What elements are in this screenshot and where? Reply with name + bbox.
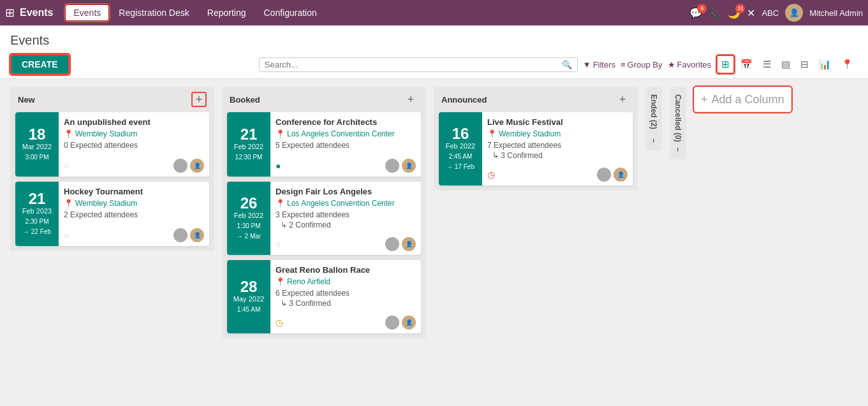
- topnav-item-configuration[interactable]: Configuration: [256, 5, 324, 20]
- star-icon: ★: [668, 60, 675, 69]
- event-card[interactable]: 16 Feb 2022 2:45 AM → 17 Feb Live Music …: [439, 112, 633, 185]
- card-date: 21 Feb 2023 2:30 PM → 22 Feb: [15, 182, 59, 246]
- view-map-button[interactable]: 📍: [837, 55, 858, 74]
- event-card[interactable]: 21 Feb 2022 12:30 PM Conference for Arch…: [227, 112, 421, 177]
- column-add-button-new[interactable]: +: [191, 92, 207, 107]
- event-card[interactable]: 28 May 2022 1:45 AM Great Reno Ballon Ra…: [227, 260, 421, 333]
- card-status-icon[interactable]: ○: [276, 239, 281, 249]
- search-input[interactable]: [265, 60, 562, 69]
- card-avatars: 👤: [385, 315, 416, 330]
- card-confirmed: ↳ 3 Confirmed: [487, 151, 628, 160]
- event-card[interactable]: 21 Feb 2023 2:30 PM → 22 Feb Hockey Tour…: [15, 182, 209, 246]
- card-location: 📍Wembley Stadium: [487, 129, 628, 138]
- filters-button[interactable]: ▼ Filters: [583, 60, 615, 69]
- toolbar-right: 🔍 ▼ Filters ≡ Group By ★ Favorites ⊞📅☰▤⊟…: [259, 55, 858, 74]
- group-by-icon: ≡: [621, 60, 626, 69]
- card-attendees: 6 Expected attendees: [276, 289, 416, 298]
- avatar-placeholder: [385, 237, 399, 251]
- collapse-toggle-icon[interactable]: −: [649, 138, 658, 143]
- view-calendar-button[interactable]: 📅: [736, 55, 757, 74]
- avatar-user: 👤: [614, 168, 628, 182]
- avatar-user: 👤: [402, 315, 416, 330]
- card-month-year: Feb 2022: [234, 142, 263, 152]
- add-column-label: Add a Column: [712, 94, 784, 105]
- view-icons: ⊞📅☰▤⊟📊📍: [716, 55, 858, 74]
- card-status-icon[interactable]: ◷: [276, 317, 283, 328]
- avatar-user: 👤: [402, 159, 416, 173]
- card-attendees: 2 Expected attendees: [64, 210, 204, 219]
- collapsed-column[interactable]: Ended (2) −: [645, 87, 662, 150]
- card-location: 📍Los Angeles Convention Center: [276, 129, 416, 138]
- column-add-button-booked[interactable]: +: [403, 92, 418, 107]
- topnav-item-events[interactable]: Events: [66, 5, 108, 20]
- card-footer: ○ 👤: [270, 235, 421, 255]
- view-list-button[interactable]: ☰: [758, 55, 776, 74]
- card-date: 21 Feb 2022 12:30 PM: [227, 112, 270, 177]
- event-card[interactable]: 26 Feb 2022 1:30 PM → 2 Mar Design Fair …: [227, 182, 421, 255]
- add-column-button[interactable]: +Add a Column: [694, 87, 791, 112]
- card-month-year: Feb 2022: [446, 141, 475, 151]
- topnav-item-registration-desk[interactable]: Registration Desk: [111, 5, 197, 20]
- card-time: 1:30 PM: [237, 222, 260, 231]
- card-date: 26 Feb 2022 1:30 PM → 2 Mar: [227, 182, 270, 255]
- column-title-booked: Booked: [230, 95, 260, 105]
- card-time: 2:30 PM: [25, 217, 48, 226]
- card-day: 16: [452, 126, 469, 141]
- column-add-button-announced[interactable]: +: [615, 92, 630, 107]
- card-footer: ○ 👤: [59, 226, 209, 246]
- view-kanban-button[interactable]: ⊞: [716, 55, 735, 74]
- card-location: 📍Wembley Stadium: [64, 129, 204, 138]
- favorites-button[interactable]: ★ Favorites: [668, 60, 711, 69]
- card-status-icon[interactable]: ○: [64, 161, 69, 171]
- card-status-icon[interactable]: ○: [64, 230, 69, 240]
- view-pivot-button[interactable]: ⊟: [796, 55, 813, 74]
- moon-icon[interactable]: 🌙31: [728, 7, 740, 19]
- collapsed-column-label: Ended (2): [649, 94, 658, 129]
- column-cards-booked: 21 Feb 2022 12:30 PM Conference for Arch…: [222, 112, 426, 338]
- apps-grid-icon[interactable]: ⊞: [5, 6, 15, 20]
- card-title: Live Music Festival: [487, 117, 628, 127]
- location-pin-icon: 📍: [276, 277, 285, 286]
- favorites-label: Favorites: [677, 60, 711, 69]
- close-icon[interactable]: ✕: [747, 7, 755, 19]
- card-avatars: 👤: [385, 159, 416, 173]
- username[interactable]: Mitchell Admin: [809, 8, 863, 18]
- topnav-item-reporting[interactable]: Reporting: [200, 5, 254, 20]
- column-title-new: New: [18, 95, 35, 105]
- column-header-announced: Announced+: [434, 87, 638, 112]
- add-icon: +: [701, 94, 708, 105]
- event-card[interactable]: 18 Mar 2022 3:00 PM An unpublished event…: [15, 112, 209, 177]
- view-activity-button[interactable]: ▤: [777, 55, 795, 74]
- card-attendees: 7 Expected attendees: [487, 141, 628, 150]
- card-to-date: → 22 Feb: [23, 228, 51, 236]
- card-avatars: 👤: [597, 168, 628, 182]
- card-month-year: May 2022: [233, 294, 264, 304]
- card-status-icon[interactable]: ◷: [487, 170, 495, 180]
- card-date: 16 Feb 2022 2:45 AM → 17 Feb: [439, 112, 482, 185]
- collapsed-column[interactable]: Cancelled (0) −: [670, 87, 686, 159]
- create-button[interactable]: CREATE: [10, 54, 70, 75]
- phone-icon[interactable]: 📞: [709, 7, 721, 19]
- brand-label: Events: [20, 7, 53, 18]
- card-time: 1:45 AM: [237, 305, 261, 314]
- search-icon: 🔍: [562, 60, 572, 69]
- avatar[interactable]: 👤: [785, 4, 803, 22]
- card-location: 📍Reno Airfield: [276, 277, 416, 286]
- page-header: Events CREATE 🔍 ▼ Filters ≡ Group By ★ F…: [0, 25, 868, 79]
- topnav: ⊞ Events EventsRegistration DeskReportin…: [0, 0, 868, 25]
- card-day: 28: [240, 279, 258, 294]
- avatar-placeholder: [597, 168, 611, 182]
- location-pin-icon: 📍: [64, 199, 73, 208]
- chat-icon[interactable]: 💬6: [689, 7, 702, 19]
- card-status-icon[interactable]: ●: [276, 161, 281, 171]
- column-title-announced: Announced: [441, 95, 487, 105]
- card-time: 12:30 PM: [235, 153, 263, 162]
- card-footer: ○ 👤: [59, 156, 209, 177]
- card-month-year: Feb 2023: [22, 207, 52, 216]
- collapse-toggle-icon[interactable]: −: [673, 147, 682, 152]
- group-by-button[interactable]: ≡ Group By: [621, 60, 663, 69]
- view-graph-button[interactable]: 📊: [814, 55, 835, 74]
- column-booked: Booked+ 21 Feb 2022 12:30 PM Conference …: [222, 87, 426, 338]
- card-month-year: Feb 2022: [234, 211, 263, 221]
- chat-badge: 6: [697, 4, 707, 13]
